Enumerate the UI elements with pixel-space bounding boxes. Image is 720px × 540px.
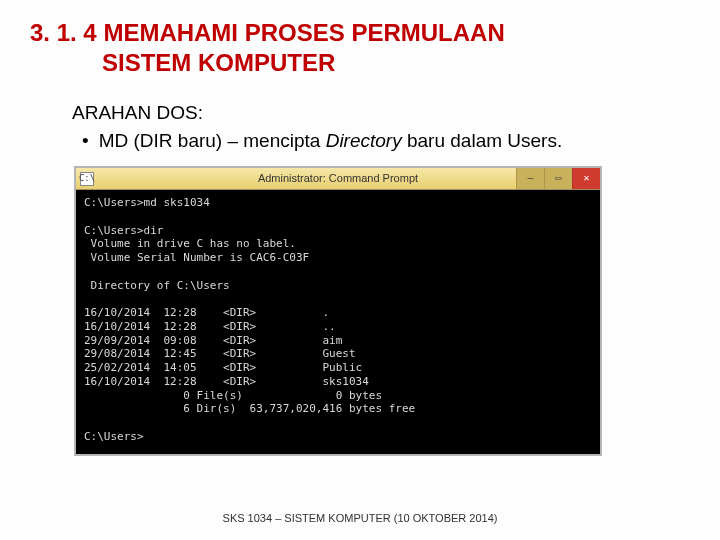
window-titlebar: C:\ Administrator: Command Prompt – ▭ ✕ (76, 168, 600, 190)
bullet-italic: Directory (326, 130, 402, 151)
maximize-button[interactable]: ▭ (544, 168, 572, 189)
window-buttons: – ▭ ✕ (516, 168, 600, 189)
cmd-icon-glyph: C:\ (79, 173, 95, 184)
bullet-text: MD (DIR baru) – mencipta Directory baru … (99, 130, 563, 152)
bullet-dot: • (82, 130, 89, 152)
command-prompt-window: C:\ Administrator: Command Prompt – ▭ ✕ … (74, 166, 602, 456)
close-button[interactable]: ✕ (572, 168, 600, 189)
slide-footer: SKS 1034 – SISTEM KOMPUTER (10 OKTOBER 2… (0, 512, 720, 524)
terminal-output: C:\Users>md sks1034 C:\Users>dir Volume … (76, 190, 600, 454)
slide-heading: 3. 1. 4 MEMAHAMI PROSES PERMULAAN SISTEM… (30, 18, 690, 78)
bullet-prefix: MD (DIR baru) – mencipta (99, 130, 326, 151)
minimize-button[interactable]: – (516, 168, 544, 189)
heading-line2: SISTEM KOMPUTER (30, 48, 690, 78)
heading-line1: 3. 1. 4 MEMAHAMI PROSES PERMULAAN (30, 19, 505, 46)
bullet-suffix: baru dalam Users. (402, 130, 563, 151)
slide-body: ARAHAN DOS: • MD (DIR baru) – mencipta D… (30, 102, 690, 456)
cmd-icon: C:\ (80, 172, 94, 186)
bullet-item: • MD (DIR baru) – mencipta Directory bar… (72, 130, 690, 152)
subtitle: ARAHAN DOS: (72, 102, 690, 124)
